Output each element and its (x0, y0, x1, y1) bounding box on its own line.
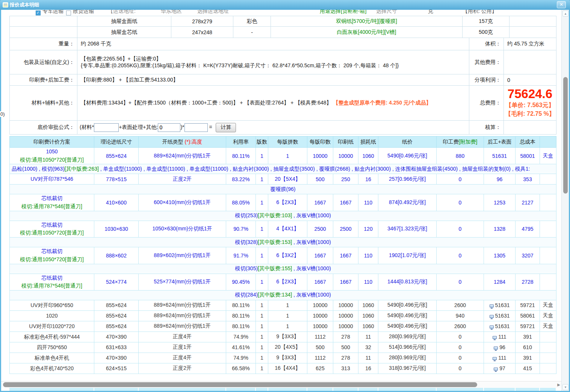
header-cell: 后工+表面 (484, 136, 516, 148)
table-row: 抽屉盒芯纸 247x248 - 白面灰板[4000元/吨][V槽] 500克 (10, 27, 556, 38)
cell-loss-paper: 16 (358, 174, 378, 185)
cell-plan[interactable]: 芯纸裁切模切:通用1050*720[普通刀] (10, 247, 94, 264)
cell-loss-paper: 16 (358, 363, 378, 374)
cell-plan[interactable]: UV对开印787*546 (10, 174, 94, 185)
cell-plan[interactable]: 1020 (10, 310, 94, 321)
cell-plan[interactable]: 四开750*650 (10, 342, 94, 353)
cell-cut-type: 889×624(mm)分切纸1开 (139, 321, 226, 331)
cell-total-cost: 2127 (516, 194, 540, 211)
note-row: 模切(253)[其中版费:103] , 灰板V槽(1000) (10, 211, 556, 221)
cell-print-paper: 2500 (333, 221, 358, 237)
cell-plan[interactable]: 彩色4开机740*520 (10, 363, 94, 374)
cell-sheet-size: 470×390 (94, 353, 139, 363)
note-row: 覆哑膜(96) (10, 185, 556, 194)
plan-die-cut-name: 模切:通用1050*720[普通刀] (10, 156, 94, 164)
horizontal-scrollbar-thumb[interactable] (3, 382, 477, 387)
gram-label: 克 (428, 10, 433, 15)
clipped-background-strip: 专车运输 散货运输 【运送地址: 华东地区 选择运送地址 用途选择[货柜柜-箱]… (1, 10, 561, 16)
scroll-up-icon[interactable]: ▲ (562, 11, 568, 17)
cell-pieces-per-plate: 1 (268, 148, 307, 164)
note-text: [其中版费:263] (65, 166, 99, 172)
cell-work-fee: 0 (437, 194, 484, 211)
cell-total-cost: 58061 (516, 310, 540, 321)
cell-post-and-surface: 51631 (484, 310, 516, 321)
surface-other-input[interactable] (158, 123, 180, 132)
note-text: 模切(305) (235, 265, 258, 271)
close-icon[interactable]: ✕ (557, 1, 566, 8)
cell-work-fee: 0 (437, 174, 484, 185)
cell-plan[interactable]: 芯纸裁切模切:通用787*546[普通刀] (10, 194, 94, 211)
cell-utilization: 80.11% (226, 310, 256, 321)
dialog-icon (3, 2, 8, 8)
cell-utilization: 80.11% (226, 321, 256, 331)
cell-plan[interactable]: UV对开印1020*720 (10, 321, 94, 331)
table-row: UV对开印960*650855×624889×624(mm)分切纸1开80.11… (10, 300, 556, 310)
cell-plan[interactable]: 标准彩色4开机-597*444 (10, 331, 94, 342)
cell-plan[interactable]: 芯纸裁切模切:通用787*546[普通刀] (10, 274, 94, 290)
header-cell: 利用率 (226, 136, 256, 148)
cell-pieces-per-plate: 20【5X4】 (268, 174, 307, 185)
screen-icon (490, 304, 494, 307)
cell-prints-per-plate: 500 (307, 342, 333, 353)
horizontal-scrollbar[interactable]: ▶ (1, 381, 561, 388)
scroll-right-icon[interactable]: ▶ (557, 383, 560, 387)
plan-name: UV对开印960*650 (10, 301, 94, 310)
cell-plan[interactable]: 标准单色4开机 (10, 353, 94, 363)
cell-plan[interactable]: 芯纸裁切模切:通用1050*720[普通刀] (10, 221, 94, 237)
calculate-button[interactable]: 计算 (216, 123, 236, 132)
cell-plan[interactable]: UV对开印960*650 (10, 300, 94, 310)
cell-total-cost: 59721 (516, 321, 540, 331)
header-cell: 理论进纸尺寸 (94, 136, 139, 148)
cell-plate-count: 1 (256, 331, 268, 342)
cell-paper-spec: 白面灰板[4000元/吨][V槽] (271, 27, 463, 38)
usage-public-label: 【用积: 公用】 (463, 10, 497, 15)
cell-sheet-size: 855×624 (94, 300, 139, 310)
material-factor-input[interactable] (94, 123, 119, 132)
formula-part3: )* (180, 124, 184, 130)
select-address-label[interactable]: 选择运送地址 (197, 10, 229, 15)
note-text: , 单盒成型(11000) , 单盒成型(11000) , 单盒成型(11000… (99, 166, 530, 172)
multiplier-input[interactable] (184, 123, 208, 132)
cell-loss-paper: 110 (358, 247, 378, 264)
header-cell: 开纸类型 (*):高度 (139, 136, 226, 148)
cell-paper-price: 280[0.969元/张] (378, 353, 437, 363)
cell-pieces-per-plate: 6【2X3】 (268, 194, 307, 211)
cell-print-paper: 500 (333, 342, 358, 353)
cell-post-and-surface: 51631 (484, 300, 516, 310)
note-text: , 灰板V槽(1000) (292, 212, 331, 218)
plan-name: UV对开印1020*720 (10, 322, 94, 331)
volume-label: 体积： (469, 38, 504, 50)
cell-extra (540, 194, 556, 211)
truck-shipping-checkbox[interactable] (36, 11, 41, 15)
bulk-shipping-checkbox[interactable] (66, 11, 71, 15)
plan-name: 四开750*650 (10, 344, 94, 352)
cell-plate-count: 1 (256, 300, 268, 310)
cell-plate-count: 1 (256, 174, 268, 185)
cell-cut-type: 正度4开 (139, 353, 226, 363)
cell-pieces-per-plate: 1 (268, 310, 307, 321)
cell-prints-per-plate: 500 (307, 174, 333, 185)
cell-print-paper: 1667 (333, 247, 358, 264)
cell-extra (540, 353, 556, 363)
select-size-label[interactable]: 选择尺寸 (376, 10, 397, 15)
plan-die-cut-name: 模切:通用787*546[普通刀] (10, 282, 94, 290)
table-row: 标准彩色4开机-597*444470×390正度4开74.9%19【3X3】11… (10, 331, 556, 342)
print-fee-value: 【印刷费:880】 + 【后加工费:54133.00】 (77, 74, 469, 86)
vertical-scrollbar[interactable]: ▲ ▼ (561, 10, 569, 391)
cell-print-paper: 250 (333, 174, 358, 185)
note-cell: 覆哑膜(96) (10, 185, 556, 194)
cell-prints-per-plate: 10000 (307, 321, 333, 331)
cell-post-and-surface: 111 (484, 331, 516, 342)
vertical-scrollbar-thumb[interactable] (563, 77, 568, 194)
note-text: , 灰板V槽(1000) (292, 239, 331, 245)
scroll-down-icon[interactable]: ▼ (562, 384, 568, 390)
cell-plan[interactable]: 1050模切:通用1050*720[普通刀] (10, 148, 94, 164)
cell-paper-price: 514[0.966元/张] (378, 342, 437, 353)
cell-sheet-size: 855×624 (94, 310, 139, 321)
cell-loss-paper: 120 (358, 221, 378, 237)
cell-utilization: 90.7% (226, 221, 256, 237)
header-cell: 印工费[附加费] (437, 136, 484, 148)
header-cell: 总成本 (516, 136, 540, 148)
cell-post-and-surface: 1284 (484, 274, 516, 290)
note-text: [其中版费:153] (258, 239, 292, 245)
